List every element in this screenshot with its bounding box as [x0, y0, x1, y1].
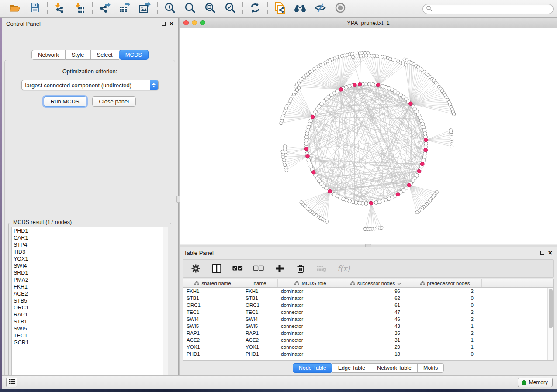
- graph-dominator-node[interactable]: [376, 83, 380, 87]
- open-file-button[interactable]: [9, 3, 21, 15]
- tab-edge-table[interactable]: Edge Table: [332, 363, 371, 373]
- table-row[interactable]: RAP1RAP1dominator352: [183, 330, 547, 337]
- result-node[interactable]: RAP1: [12, 311, 168, 318]
- import-network-button[interactable]: [54, 3, 66, 15]
- graph-dominator-node[interactable]: [306, 154, 310, 158]
- result-node[interactable]: ACE2: [12, 290, 168, 297]
- result-node[interactable]: STP4: [12, 241, 168, 248]
- network-titlebar[interactable]: YPA_prune.txt_1: [180, 18, 557, 28]
- table-row[interactable]: ORC1ORC1dominator610: [183, 302, 547, 309]
- graph-node[interactable]: [309, 119, 313, 123]
- graph-node[interactable]: [335, 89, 339, 93]
- select-all-icon[interactable]: [232, 263, 243, 274]
- result-node[interactable]: STB1: [12, 318, 168, 325]
- graph-dominator-node[interactable]: [353, 83, 357, 87]
- network-graph[interactable]: [180, 28, 557, 244]
- graph-dominator-node[interactable]: [407, 183, 411, 187]
- table-row[interactable]: SWI5SWI5connector431: [183, 323, 547, 330]
- result-node[interactable]: PHD1: [12, 227, 168, 234]
- zoom-selected-button[interactable]: [224, 3, 236, 15]
- graph-dominator-node[interactable]: [396, 193, 400, 196]
- delete-row-icon[interactable]: [295, 263, 306, 274]
- tab-select[interactable]: Select: [91, 50, 119, 60]
- graph-satellite-node[interactable]: [363, 227, 367, 231]
- table-row[interactable]: TEC1TEC1connector472: [183, 309, 547, 316]
- graph-dominator-node[interactable]: [312, 170, 316, 174]
- table-row[interactable]: SWI4SWI4dominator462: [183, 316, 547, 323]
- tab-network[interactable]: Network: [31, 50, 66, 60]
- graph-dominator-node[interactable]: [409, 102, 413, 106]
- table-row[interactable]: STB1STB1dominator620: [183, 295, 547, 302]
- mcds-result-list[interactable]: PHD1CAR1STP4TID3YOX1SWI4SRD1PMA2FKH1ACE2…: [11, 227, 168, 378]
- memory-button[interactable]: Memory: [518, 378, 553, 387]
- refresh-button[interactable]: [249, 3, 261, 15]
- add-row-icon[interactable]: [274, 263, 285, 274]
- result-node[interactable]: SRD1: [12, 269, 168, 276]
- column-header-MCDS-role[interactable]: MCDS role: [278, 279, 343, 287]
- graph-satellite-node[interactable]: [404, 63, 408, 67]
- table-row[interactable]: YOX1YOX1connector291: [183, 344, 547, 351]
- export-table-button[interactable]: [119, 3, 131, 15]
- tab-mcds[interactable]: MCDS: [119, 50, 149, 60]
- graph-satellite-node[interactable]: [352, 55, 355, 59]
- table-scrollbar-thumb[interactable]: [549, 289, 553, 328]
- result-node[interactable]: FKH1: [12, 283, 168, 290]
- tab-node-table[interactable]: Node Table: [293, 363, 332, 373]
- result-scrollbar[interactable]: [163, 227, 168, 378]
- show-details-button[interactable]: [334, 3, 346, 15]
- zoom-in-button[interactable]: [164, 3, 176, 15]
- binoculars-button[interactable]: [294, 3, 306, 15]
- result-node[interactable]: STB5: [12, 297, 168, 304]
- tab-style[interactable]: Style: [66, 50, 91, 60]
- task-history-button[interactable]: [6, 378, 17, 387]
- result-node[interactable]: SWI5: [12, 325, 168, 332]
- close-table-panel-icon[interactable]: ✕: [548, 251, 553, 255]
- graph-node[interactable]: [374, 201, 378, 205]
- zoom-out-button[interactable]: [184, 3, 196, 15]
- function-builder-icon[interactable]: f(x): [337, 264, 350, 273]
- result-node[interactable]: ORC1: [12, 304, 168, 311]
- run-mcds-button[interactable]: Run MCDS: [44, 96, 86, 107]
- zoom-fit-button[interactable]: [204, 3, 216, 15]
- delete-table-icon[interactable]: [316, 263, 327, 274]
- minimize-light[interactable]: [192, 20, 197, 25]
- result-node[interactable]: TEC1: [12, 332, 168, 339]
- table-scrollbar[interactable]: [547, 288, 553, 360]
- graph-satellite-node[interactable]: [297, 86, 301, 90]
- result-node[interactable]: PMA2: [12, 276, 168, 283]
- gear-icon[interactable]: [190, 263, 201, 274]
- graph-satellite-node[interactable]: [415, 211, 419, 214]
- column-header-shared-name[interactable]: shared name: [183, 279, 242, 287]
- column-header-successor-nodes[interactable]: successor nodes: [343, 279, 408, 287]
- graph-satellite-node[interactable]: [452, 113, 456, 116]
- clone-network-button[interactable]: [274, 3, 286, 15]
- hide-details-button[interactable]: [314, 3, 326, 15]
- graph-dominator-node[interactable]: [424, 148, 428, 152]
- close-light[interactable]: [183, 20, 189, 25]
- graph-node[interactable]: [307, 158, 311, 162]
- graph-node[interactable]: [422, 158, 426, 162]
- result-node[interactable]: YOX1: [12, 255, 168, 262]
- graph-satellite-node[interactable]: [450, 145, 453, 148]
- column-header-name[interactable]: name: [242, 279, 278, 287]
- table-row[interactable]: PHD1PHD1dominator180: [183, 351, 547, 358]
- graph-dominator-node[interactable]: [424, 138, 428, 142]
- export-image-button[interactable]: [139, 3, 151, 15]
- close-panel-icon[interactable]: ✕: [169, 22, 174, 26]
- zoom-light[interactable]: [200, 20, 205, 25]
- graph-dominator-node[interactable]: [304, 147, 308, 151]
- toolbar-search[interactable]: [422, 4, 554, 14]
- vertical-splitter-handle[interactable]: [176, 196, 180, 203]
- criterion-dropdown[interactable]: largest connected component (undirected): [21, 80, 159, 90]
- column-header-predecessor-nodes[interactable]: predecessor nodes: [408, 279, 482, 287]
- graph-dominator-node[interactable]: [369, 201, 373, 205]
- float-table-panel-icon[interactable]: [540, 251, 544, 255]
- graph-satellite-node[interactable]: [281, 150, 284, 154]
- close-panel-button[interactable]: Close panel: [92, 96, 136, 107]
- export-network-button[interactable]: [99, 3, 111, 15]
- tab-motifs[interactable]: Motifs: [418, 363, 444, 373]
- table-row[interactable]: FKH1FKH1dominator962: [183, 288, 547, 295]
- deselect-all-icon[interactable]: [253, 263, 264, 274]
- graph-dominator-node[interactable]: [421, 162, 425, 166]
- graph-dominator-node[interactable]: [339, 88, 343, 92]
